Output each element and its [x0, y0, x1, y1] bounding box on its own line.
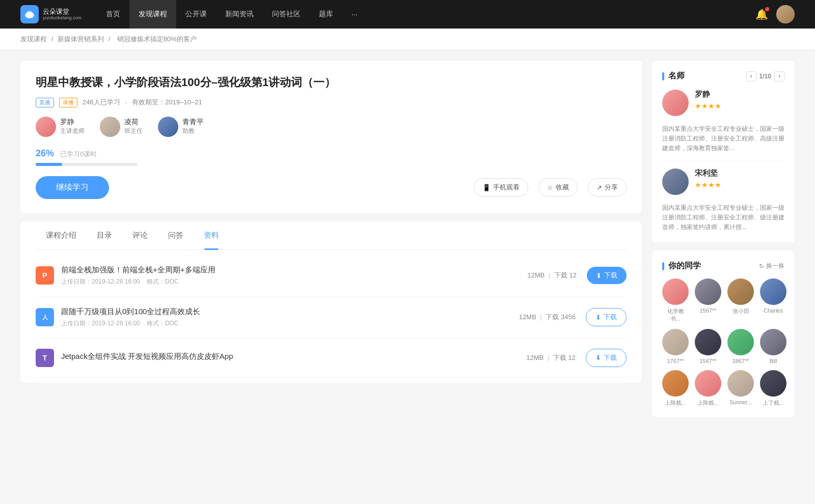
classmate-item-2[interactable]: 张小田 — [727, 278, 754, 323]
classmate-avatar-4 — [662, 329, 689, 355]
continue-button[interactable]: 继续学习 — [36, 176, 109, 199]
teacher-card-1-name: 罗静 — [695, 90, 784, 99]
teacher-card-1: 罗静 ★★★★ — [662, 90, 784, 116]
teachers-list: 罗静 主讲老师 凌荷 班主任 青青平 助教 — [36, 117, 627, 137]
file-format-2: 格式：DOC — [147, 320, 179, 327]
classmate-item-11[interactable]: 上了栈... — [760, 370, 786, 407]
classmate-item-3[interactable]: Charles — [760, 278, 786, 323]
file-stats-2: 12MB | 下载 3456 — [519, 313, 576, 322]
teachers-prev-btn[interactable]: ‹ — [746, 71, 756, 81]
classmate-avatar-5 — [695, 329, 721, 355]
progress-section: 26% 已学习0课时 — [36, 148, 627, 166]
classmate-item-6[interactable]: 1867** — [727, 329, 754, 364]
share-icon: ↗ — [596, 184, 602, 191]
progress-pct: 26% — [36, 148, 54, 158]
teachers-next-btn[interactable]: › — [774, 71, 784, 81]
nav-more[interactable]: ··· — [342, 0, 367, 29]
classmates-title-text: 你的同学 — [668, 261, 701, 271]
file-format-1: 格式：DOC — [147, 278, 179, 285]
teacher-3-name: 青青平 — [182, 118, 204, 127]
teacher-card-1-info: 罗静 ★★★★ — [695, 90, 784, 116]
nav-qa[interactable]: 问答社区 — [263, 0, 310, 29]
course-tabs-section: 课程介绍 目录 评论 问答 资料 P 前端全栈加强版！前端全栈+全周期+多端应用… — [20, 221, 642, 383]
classmate-name-3: Charles — [764, 307, 783, 314]
valid-until: 有效期至：2019–10–21 — [132, 98, 202, 107]
progress-sub: 已学习0课时 — [60, 150, 97, 158]
teacher-card-2: 宋利坚 ★★★★ — [662, 169, 784, 195]
classmate-avatar-1 — [695, 278, 721, 305]
classmate-name-10: Sunner... — [729, 399, 752, 405]
classmate-item-8[interactable]: 上阵栈... — [662, 370, 689, 407]
breadcrumb-current: 销冠修炼术搞定80%的客户 — [117, 35, 197, 43]
user-avatar[interactable] — [776, 5, 795, 23]
bell-icon[interactable]: 🔔 — [755, 8, 768, 20]
download-button-3[interactable]: ⬇ 下载 — [586, 349, 627, 367]
nav-items: 首页 发现课程 公开课 新闻资讯 问答社区 题库 ··· — [97, 0, 755, 29]
file-downloads-2: 下载 3456 — [546, 313, 576, 321]
mobile-label: 手机观看 — [493, 183, 520, 192]
tab-toc[interactable]: 目录 — [87, 221, 122, 249]
file-list: P 前端全栈加强版！前端全栈+全周期+多端应用 上传日期：2019-12-28 … — [36, 250, 627, 383]
nav-home[interactable]: 首页 — [97, 0, 129, 29]
breadcrumb-discover[interactable]: 发现课程 — [20, 35, 47, 43]
nav-news[interactable]: 新闻资讯 — [216, 0, 263, 29]
download-button-1[interactable]: ⬇ 下载 — [587, 267, 627, 284]
file-size-3: 12MB — [526, 354, 544, 361]
classmate-item-4[interactable]: 1767** — [662, 329, 689, 364]
classmate-item-9[interactable]: 上阵栈... — [695, 370, 721, 407]
refresh-label: 换一换 — [766, 262, 784, 270]
classmate-item-7[interactable]: Bill — [760, 329, 786, 364]
classmates-grid: 化学教书...1567**张小田Charles1767**1567**1867*… — [662, 278, 784, 407]
teacher-card-2-name: 宋利坚 — [695, 169, 784, 178]
tag-recorded: 录播 — [59, 98, 77, 107]
teacher-card-2-info: 宋利坚 ★★★★ — [695, 169, 784, 195]
classmate-item-0[interactable]: 化学教书... — [662, 278, 689, 323]
file-icon-1: P — [36, 266, 54, 285]
file-date-2: 上传日期：2019-12-28 16:00 — [61, 320, 140, 327]
progress-bar-bg — [36, 163, 138, 166]
classmate-item-1[interactable]: 1567** — [695, 278, 721, 323]
refresh-icon: ↻ — [759, 263, 764, 270]
logo-name: 云朵课堂 — [43, 8, 82, 15]
refresh-classmates-button[interactable]: ↻ 换一换 — [759, 262, 784, 270]
main-content: 明星中教授课，小学阶段语法100分–强化级第1讲动词（一） 直播 录播 246人… — [0, 50, 815, 435]
teacher-2-info: 凌荷 班主任 — [124, 118, 143, 135]
classmate-avatar-9 — [695, 370, 721, 397]
classmate-item-5[interactable]: 1567** — [695, 329, 721, 364]
nav-open[interactable]: 公开课 — [176, 0, 216, 29]
download-icon-3: ⬇ — [595, 354, 601, 361]
tag-live: 直播 — [36, 98, 54, 107]
file-stats-1: 12MB | 下载 12 — [527, 271, 577, 280]
svg-point-2 — [27, 11, 32, 14]
teachers-page-current: 1 — [759, 73, 763, 80]
share-button[interactable]: ↗ 分享 — [588, 178, 627, 197]
file-item-2: 人 跟随千万级项目从0到100全过程高效成长 上传日期：2019-12-28 1… — [36, 297, 627, 339]
collect-button[interactable]: ☆ 收藏 — [538, 178, 578, 197]
mobile-watch-button[interactable]: 📱 手机观看 — [474, 178, 528, 197]
right-panel: 名师 ‹ 1/10 › 罗静 ★★★★ 国内某重点大学安全工程专业硕士，国 — [652, 61, 795, 425]
breadcrumb: 发现课程 / 新媒体营销系列 / 销冠修炼术搞定80%的客户 — [0, 29, 815, 50]
nav-questions[interactable]: 题库 — [310, 0, 342, 29]
left-panel: 明星中教授课，小学阶段语法100分–强化级第1讲动词（一） 直播 录播 246人… — [20, 61, 642, 425]
file-downloads-1: 下载 12 — [554, 271, 577, 279]
breadcrumb-series[interactable]: 新媒体营销系列 — [58, 35, 104, 43]
teacher-3-info: 青青平 助教 — [182, 118, 204, 135]
tab-reviews[interactable]: 评论 — [122, 221, 158, 249]
logo[interactable]: 云朵课堂 yunduoketang.com — [20, 5, 82, 23]
tab-materials[interactable]: 资料 — [194, 221, 229, 249]
classmate-item-10[interactable]: Sunner... — [727, 370, 754, 407]
tab-intro[interactable]: 课程介绍 — [36, 221, 87, 249]
navbar: 云朵课堂 yunduoketang.com 首页 发现课程 公开课 新闻资讯 问… — [0, 0, 815, 29]
file-name-2: 跟随千万级项目从0到100全过程高效成长 — [61, 307, 519, 317]
course-actions: 继续学习 📱 手机观看 ☆ 收藏 ↗ 分享 — [36, 176, 627, 199]
file-info-2: 跟随千万级项目从0到100全过程高效成长 上传日期：2019-12-28 16:… — [61, 307, 519, 328]
classmate-name-6: 1867** — [732, 358, 749, 364]
nav-discover[interactable]: 发现课程 — [129, 0, 176, 29]
download-label-2: 下载 — [604, 313, 617, 322]
teacher-card-2-stars: ★★★★ — [695, 181, 784, 189]
tab-qa[interactable]: 问答 — [158, 221, 194, 249]
file-downloads-3: 下载 12 — [553, 354, 576, 361]
download-button-2[interactable]: ⬇ 下载 — [586, 308, 627, 326]
teachers-page-total: 10 — [765, 73, 771, 80]
classmates-title: 你的同学 — [662, 261, 701, 271]
